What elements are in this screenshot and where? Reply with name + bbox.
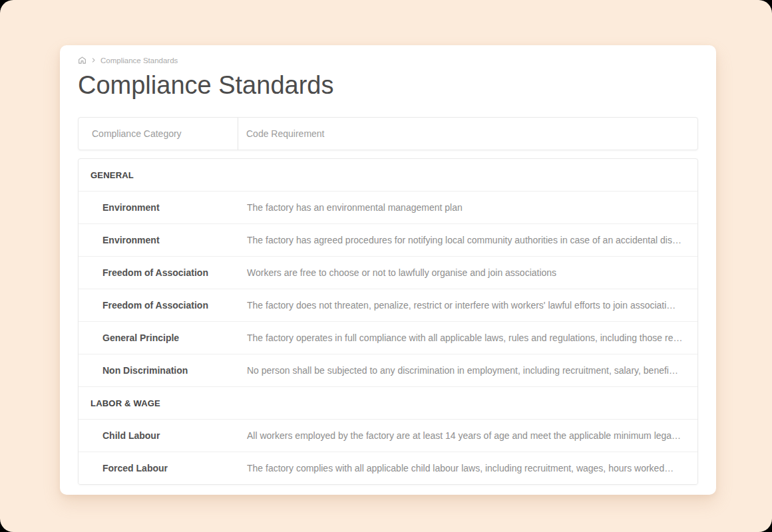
table-row[interactable]: Freedom of Association The factory does … bbox=[79, 289, 697, 322]
requirement-cell: No person shall be subjected to any disc… bbox=[247, 365, 697, 376]
table-body: GENERAL Environment The factory has an e… bbox=[78, 158, 698, 485]
requirement-cell: The factory complies with all applicable… bbox=[247, 463, 697, 473]
category-cell: Environment bbox=[79, 202, 247, 213]
category-cell: Non Discrimination bbox=[79, 365, 247, 376]
requirement-cell: The factory does not threaten, penalize,… bbox=[247, 300, 697, 311]
column-header-compliance-category[interactable]: Compliance Category bbox=[79, 118, 238, 150]
breadcrumb: Compliance Standards bbox=[78, 55, 698, 65]
table-row[interactable]: General Principle The factory operates i… bbox=[79, 322, 697, 354]
category-cell: Child Labour bbox=[79, 430, 247, 441]
category-cell: Environment bbox=[79, 235, 247, 245]
requirement-cell: The factory has agreed procedures for no… bbox=[247, 235, 697, 245]
table-row[interactable]: Forced Labour The factory complies with … bbox=[79, 452, 697, 484]
category-cell: Forced Labour bbox=[79, 463, 247, 473]
requirement-cell: All workers employed by the factory are … bbox=[247, 430, 697, 441]
page-title: Compliance Standards bbox=[78, 70, 698, 100]
table-row[interactable]: Environment The factory has an environme… bbox=[79, 192, 697, 224]
chevron-right-icon bbox=[91, 57, 96, 63]
page-background: Compliance Standards Compliance Standard… bbox=[0, 0, 772, 532]
breadcrumb-current: Compliance Standards bbox=[100, 57, 178, 65]
requirement-cell: The factory operates in full compliance … bbox=[247, 332, 697, 343]
table-row[interactable]: Environment The factory has agreed proce… bbox=[79, 224, 697, 257]
table-row[interactable]: Freedom of Association Workers are free … bbox=[79, 257, 697, 289]
main-card: Compliance Standards Compliance Standard… bbox=[60, 45, 716, 495]
section-header-labor-wage: LABOR & WAGE bbox=[79, 387, 697, 420]
column-header-code-requirement[interactable]: Code Requirement bbox=[238, 118, 697, 150]
section-header-general: GENERAL bbox=[79, 159, 697, 192]
requirement-cell: Workers are free to choose or not to law… bbox=[247, 267, 697, 278]
requirement-cell: The factory has an environmental managem… bbox=[247, 202, 697, 213]
category-cell: Freedom of Association bbox=[79, 300, 247, 311]
table-row[interactable]: Non Discrimination No person shall be su… bbox=[79, 354, 697, 387]
home-icon[interactable] bbox=[78, 56, 87, 65]
table-row[interactable]: Child Labour All workers employed by the… bbox=[79, 420, 697, 452]
table-header: Compliance Category Code Requirement bbox=[78, 117, 698, 150]
category-cell: Freedom of Association bbox=[79, 267, 247, 278]
category-cell: General Principle bbox=[79, 332, 247, 343]
